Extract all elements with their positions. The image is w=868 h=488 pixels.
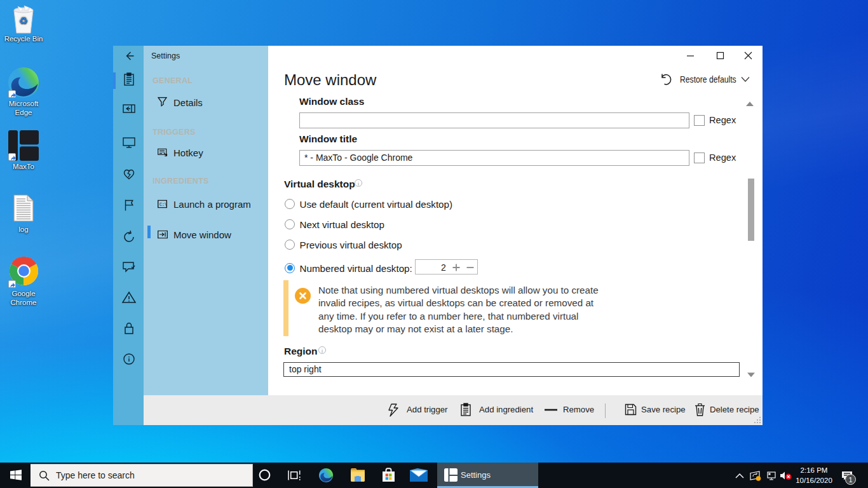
svg-text:♻: ♻ (19, 15, 28, 26)
svg-text:C:\: C:\ (159, 203, 167, 207)
